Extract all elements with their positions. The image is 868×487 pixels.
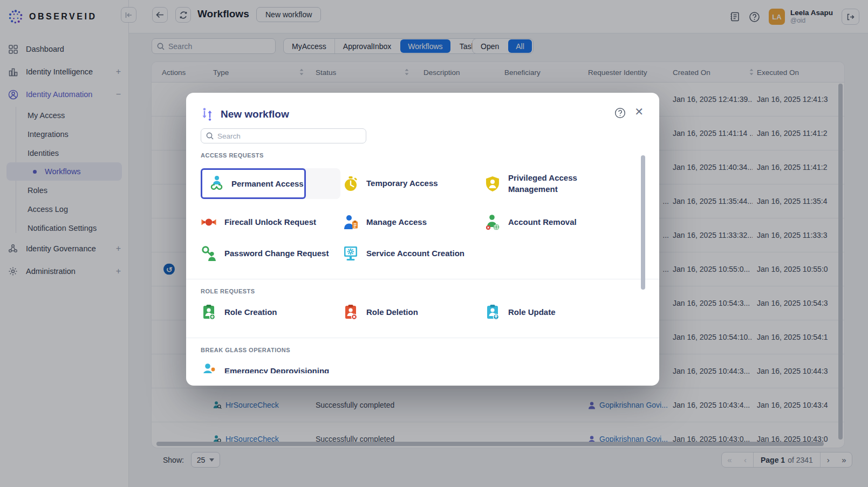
person-remove-globe-icon — [484, 214, 501, 230]
person-infinity-icon — [208, 175, 224, 193]
person-clipboard-icon — [343, 214, 359, 230]
workflow-option-label: Firecall Unlock Request — [224, 217, 316, 228]
access-requests-grid: Permanent Access Temporary Access — [201, 168, 645, 262]
section-label-break-glass: BREAK GLASS OPERATIONS — [201, 347, 645, 353]
workflow-option-label: Emergency Deprovisioning — [224, 366, 329, 373]
shield-person-icon — [484, 176, 501, 192]
stopwatch-icon — [343, 176, 359, 192]
modal-scrollbar[interactable] — [641, 155, 645, 290]
workflow-option-label: Service Account Creation — [366, 248, 464, 259]
workflow-option-label: Privileged Access Management — [508, 173, 626, 195]
workflow-option-password-change-request[interactable]: Password Change Request — [201, 245, 343, 262]
modal-help-icon[interactable] — [614, 107, 626, 119]
monitor-gear-icon — [343, 245, 359, 262]
workflow-option-permanent-access[interactable]: Permanent Access — [201, 168, 340, 199]
role-delete-icon — [343, 304, 359, 320]
new-workflow-modal: New workflow ✕ ACCESS REQUESTS — [186, 93, 659, 386]
workflow-option-service-account-creation[interactable]: Service Account Creation — [343, 245, 484, 262]
workflow-option-label: Temporary Access — [366, 178, 438, 189]
modal-title: New workflow — [221, 108, 289, 120]
workflow-option-manage-access[interactable]: Manage Access — [343, 214, 484, 230]
workflow-option-temporary-access[interactable]: Temporary Access — [343, 176, 484, 192]
workflow-option-label: Manage Access — [366, 217, 427, 228]
modal-search-input[interactable] — [217, 132, 361, 140]
role-update-icon — [484, 304, 501, 320]
workflow-arrows-icon — [201, 107, 214, 121]
break-glass-grid: Emergency Deprovisioning — [201, 363, 645, 373]
role-add-icon — [201, 304, 217, 320]
workflow-option-role-deletion[interactable]: Role Deletion — [343, 304, 484, 320]
section-label-access-requests: ACCESS REQUESTS — [201, 152, 645, 159]
search-icon — [206, 132, 214, 140]
key-person-icon — [201, 245, 217, 262]
workflow-option-label: Role Update — [508, 307, 556, 318]
workflow-option-emergency-deprovisioning[interactable]: Emergency Deprovisioning — [201, 363, 343, 373]
workflow-option-label: Role Deletion — [366, 307, 418, 318]
modal-header: New workflow ✕ — [186, 93, 659, 121]
workflow-option-label: Permanent Access — [231, 179, 304, 188]
workflow-option-label: Password Change Request — [224, 248, 329, 259]
role-requests-grid: Role Creation Role Delet — [201, 304, 645, 320]
workflow-option-label: Role Creation — [224, 307, 277, 318]
firecall-icon — [201, 214, 217, 230]
workflow-option-role-update[interactable]: Role Update — [484, 304, 626, 320]
section-divider — [186, 338, 659, 338]
workflow-option-privileged-access-management[interactable]: Privileged Access Management — [484, 173, 626, 195]
app-root: OBSERVEID Dashboard Identity Int — [0, 0, 868, 487]
workflow-option-account-removal[interactable]: Account Removal — [484, 214, 626, 230]
workflow-option-firecall-unlock-request[interactable]: Firecall Unlock Request — [201, 214, 343, 230]
workflow-option-label: Account Removal — [508, 217, 577, 228]
selected-tile[interactable]: Permanent Access — [201, 168, 306, 199]
section-label-role-requests: ROLE REQUESTS — [201, 288, 645, 294]
modal-body: ACCESS REQUESTS Permanent Access — [186, 147, 659, 373]
person-emergency-icon — [201, 363, 217, 373]
modal-search[interactable] — [201, 128, 366, 143]
modal-close-icon[interactable]: ✕ — [634, 106, 644, 117]
workflow-option-role-creation[interactable]: Role Creation — [201, 304, 343, 320]
section-divider — [186, 279, 659, 279]
